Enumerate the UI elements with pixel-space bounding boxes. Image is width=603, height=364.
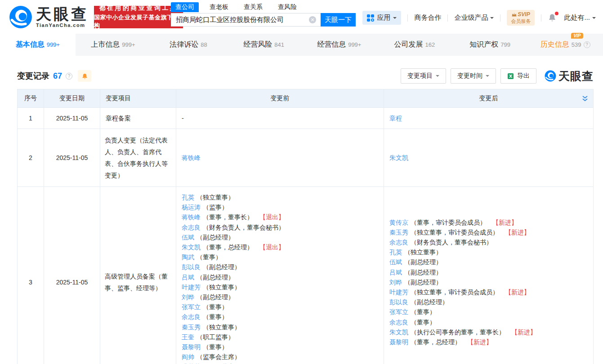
person-link[interactable]: 彭以良: [182, 263, 201, 271]
entity-link[interactable]: 朱文凯: [389, 154, 408, 161]
filter-change-time-button[interactable]: 变更时间: [451, 68, 496, 84]
person-link[interactable]: 朱文凯: [182, 244, 201, 251]
company-nav-tabs: 基本信息999+上市信息999+法律诉讼88经营风险841经营信息999+公司发…: [0, 34, 603, 56]
nav-tab-count: 999+: [47, 41, 60, 48]
person-link[interactable]: 孔英: [182, 194, 194, 201]
person-link[interactable]: 聂黎明: [182, 343, 201, 351]
nav-tab-label: 公司发展: [394, 40, 423, 49]
person-link[interactable]: 余志良: [182, 313, 201, 320]
banner-line1: 都在用的商业查询工具: [99, 4, 178, 12]
apps-button[interactable]: 应用: [362, 11, 401, 25]
notification-dot: [555, 12, 558, 15]
person-link[interactable]: 余志良: [389, 319, 408, 326]
person-role: （副总经理）: [197, 293, 234, 301]
person-link[interactable]: 张军立: [389, 308, 408, 315]
person-link[interactable]: 叶建芳: [182, 284, 201, 291]
menu-business-coop[interactable]: 商务合作: [414, 13, 441, 22]
person-link[interactable]: 秦玉秀: [182, 324, 201, 331]
person-link[interactable]: 伍斌: [389, 258, 402, 266]
notification-bell-icon[interactable]: [548, 13, 558, 23]
nav-tab-label: 历史信息: [540, 40, 569, 49]
nav-tab[interactable]: 知识产权799: [452, 34, 528, 56]
filter-change-item-button[interactable]: 变更项目: [401, 68, 446, 84]
search-input[interactable]: [171, 13, 321, 27]
person-line: 秦玉秀（独立董事，审计委员会成员）【新进】: [389, 227, 588, 237]
change-date: 2025-11-05: [44, 129, 100, 187]
person-link[interactable]: 吕斌: [182, 274, 194, 281]
nav-tab[interactable]: 法律诉讼88: [151, 34, 226, 56]
nav-tab[interactable]: 经营信息999+: [302, 34, 377, 56]
person-role: （董事，审计委员会成员）: [411, 219, 486, 226]
search-tab[interactable]: 查公司: [171, 2, 199, 12]
person-link[interactable]: 黄传京: [389, 219, 408, 226]
person-role: （独立董事）: [203, 324, 241, 331]
nav-tab-count: 88: [201, 41, 207, 48]
person-link[interactable]: 孔英: [389, 249, 402, 256]
person-role: （独立董事）: [404, 249, 442, 256]
nav-tab[interactable]: 基本信息999+: [0, 34, 76, 56]
chevron-down-icon: [490, 17, 494, 21]
person-link[interactable]: 陶武: [182, 253, 194, 261]
search-button[interactable]: 天眼一下: [321, 13, 356, 27]
person-line: 刘晔（副总经理）: [182, 292, 378, 302]
person-link[interactable]: 秦玉秀: [389, 229, 408, 236]
person-link[interactable]: 叶建芳: [389, 289, 408, 296]
person-link[interactable]: 阎帅: [182, 353, 194, 360]
person-role: （董事，总经理）: [411, 338, 461, 346]
person-role: （财务负责人，董事会秘书）: [411, 239, 492, 246]
help-icon[interactable]: ?: [584, 41, 590, 48]
entity-link[interactable]: 章程: [389, 115, 402, 122]
person-link[interactable]: 彭以良: [389, 298, 408, 306]
search-tab[interactable]: 查风险: [273, 2, 301, 12]
nav-tab-label: 基本信息: [16, 40, 45, 49]
search-tabs: 查公司查老板查关系查风险: [171, 2, 356, 13]
cell-line: 蒋铁峰: [182, 153, 378, 163]
person-link[interactable]: 吕斌: [389, 269, 402, 276]
table-row: 12025-11-05章程备案-章程: [18, 108, 594, 129]
table-row: 22025-11-05负责人变更（法定代表人、负责人、首席代表、合伙事务执行人等…: [18, 129, 594, 187]
person-role: （副总经理）: [404, 258, 442, 266]
bell-icon: [81, 73, 88, 80]
entity-link[interactable]: 蒋铁峰: [182, 154, 201, 161]
menu-more[interactable]: 此处有...: [564, 13, 596, 22]
person-link[interactable]: 张军立: [182, 303, 201, 311]
person-link[interactable]: 伍斌: [182, 234, 194, 241]
person-link[interactable]: 余志良: [389, 239, 408, 246]
person-line: 黄传京（董事，审计委员会成员）【新进】: [389, 218, 588, 227]
person-line: 朱文凯（执行公司事务的董事，董事长）【新进】: [389, 327, 588, 337]
nav-tab-count: 999+: [122, 41, 135, 48]
search-tab[interactable]: 查关系: [239, 2, 267, 12]
svip-membership-badge[interactable]: SVIP 会员服务: [507, 10, 535, 26]
menu-enterprise-products[interactable]: 企业级产品: [454, 13, 494, 22]
person-link[interactable]: 刘晔: [389, 279, 402, 286]
col-header-item: 变更项目: [100, 89, 176, 108]
nav-tab[interactable]: 上市信息999+: [76, 34, 151, 56]
subscribe-bell-button[interactable]: [78, 70, 91, 82]
svg-text:X: X: [509, 74, 513, 79]
person-link[interactable]: 王奎: [182, 333, 194, 341]
clear-icon[interactable]: ✕: [309, 16, 316, 23]
person-line: 彭以良（副总经理）: [389, 297, 588, 307]
change-status-tag: 【新进】: [492, 219, 518, 226]
person-link[interactable]: 朱文凯: [389, 328, 408, 336]
person-link[interactable]: 蒋铁峰: [182, 213, 201, 221]
table-row: 32025-11-05高级管理人员备案（董事、监事、经理等）孔英（独立董事）杨运…: [18, 187, 594, 364]
nav-tab-count: 162: [425, 41, 435, 48]
help-icon[interactable]: ?: [66, 73, 72, 80]
person-link[interactable]: 聂黎明: [389, 338, 408, 346]
export-button[interactable]: X 导出: [500, 68, 536, 84]
row-number: 2: [18, 129, 44, 187]
person-line: 聂黎明（董事，总经理）【新进】: [389, 337, 588, 347]
person-role: （副总经理）: [197, 234, 234, 241]
nav-tab[interactable]: 公司发展162: [377, 34, 452, 56]
nav-tab[interactable]: 经营风险841: [226, 34, 302, 56]
tianyancha-logo[interactable]: 天眼查 TianYanCha.com: [9, 5, 89, 29]
nav-tab[interactable]: 历史信息539VIP?: [527, 34, 603, 56]
search-tab[interactable]: 查老板: [205, 2, 233, 12]
person-link[interactable]: 余志良: [182, 224, 201, 231]
collapse-double-chevron-icon[interactable]: [581, 95, 589, 102]
nav-tab-label: 知识产权: [469, 40, 498, 49]
person-link[interactable]: 杨运涛: [182, 204, 201, 211]
person-link[interactable]: 刘晔: [182, 293, 194, 301]
person-line: 聂黎明（董事）: [182, 342, 378, 352]
